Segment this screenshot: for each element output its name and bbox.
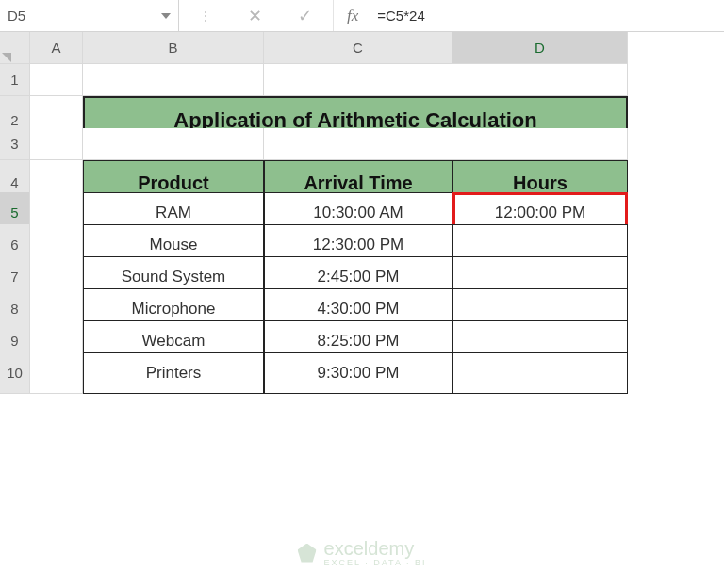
cell-C10[interactable]: 9:30:00 PM [264, 352, 452, 394]
cell-A3[interactable] [30, 128, 83, 160]
row-header-10[interactable]: 10 [0, 352, 30, 394]
cell-B10[interactable]: Printers [83, 352, 264, 394]
formula-input[interactable]: =C5*24 [371, 8, 724, 24]
watermark: exceldemy EXCEL · DATA · BI [298, 538, 427, 567]
cell-D1[interactable] [452, 64, 628, 96]
fx-icon[interactable]: fx [334, 7, 371, 25]
cell-B3[interactable] [83, 128, 264, 160]
watermark-name: exceldemy [324, 538, 415, 559]
col-header-A[interactable]: A [30, 32, 83, 64]
watermark-sub: EXCEL · DATA · BI [324, 558, 427, 567]
cell-D10[interactable] [452, 352, 628, 394]
logo-icon [298, 544, 317, 563]
cell-B1[interactable] [83, 64, 264, 96]
cell-C3[interactable] [264, 128, 452, 160]
col-header-B[interactable]: B [83, 32, 264, 64]
dots-icon: ⋮ [200, 9, 212, 23]
cancel-icon[interactable]: ✕ [248, 6, 262, 26]
cell-A1[interactable] [30, 64, 83, 96]
name-box[interactable]: D5 [0, 0, 179, 31]
row-header-1[interactable]: 1 [0, 64, 30, 96]
formula-bar-buttons: ⋮ ✕ ✓ [179, 0, 334, 31]
chevron-down-icon[interactable] [161, 13, 171, 19]
cell-C1[interactable] [264, 64, 452, 96]
select-all-icon [2, 53, 11, 62]
col-header-D[interactable]: D [452, 32, 628, 64]
watermark-text: exceldemy EXCEL · DATA · BI [324, 538, 427, 567]
cell-A10[interactable] [30, 352, 83, 394]
cell-D3[interactable] [452, 128, 628, 160]
enter-icon[interactable]: ✓ [298, 6, 312, 26]
name-box-value: D5 [8, 8, 161, 24]
spreadsheet-grid[interactable]: A B C D 1 2 Application of Arithmetic Ca… [0, 32, 724, 384]
formula-bar: D5 ⋮ ✕ ✓ fx =C5*24 [0, 0, 724, 32]
col-header-C[interactable]: C [264, 32, 452, 64]
select-all-corner[interactable] [0, 32, 30, 64]
row-header-3[interactable]: 3 [0, 128, 30, 160]
